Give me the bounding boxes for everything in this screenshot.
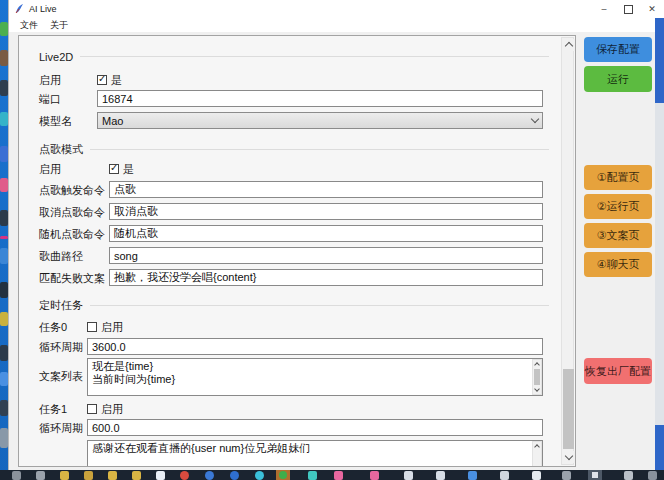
song-trigger-label: 点歌触发命令 bbox=[39, 183, 105, 197]
taskbar-icon[interactable] bbox=[624, 471, 633, 480]
taskbar-icon[interactable] bbox=[180, 471, 189, 480]
maximize-button[interactable] bbox=[618, 2, 638, 16]
save-config-button[interactable]: 保存配置 bbox=[584, 37, 652, 62]
menu-item-about[interactable]: 关于 bbox=[50, 19, 68, 32]
taskbar-icon[interactable] bbox=[370, 471, 379, 480]
task0-list-textarea[interactable]: 现在是{time} 当前时间为{time} bbox=[87, 358, 543, 396]
task1-enable-checkbox[interactable] bbox=[87, 404, 97, 414]
nav-chat-page-button[interactable]: ④聊天页 bbox=[584, 252, 652, 277]
taskbar-icon[interactable] bbox=[255, 471, 264, 480]
taskbar-icon[interactable] bbox=[132, 471, 141, 480]
port-label: 端口 bbox=[39, 92, 61, 106]
menu-item-file[interactable]: 文件 bbox=[20, 19, 38, 32]
task1-textarea-scrollbar[interactable] bbox=[532, 441, 542, 467]
song-path-label: 歌曲路径 bbox=[39, 249, 83, 263]
taskbar-icon-active[interactable] bbox=[276, 470, 290, 480]
taskbar-icon[interactable] bbox=[12, 471, 21, 480]
section-divider bbox=[90, 305, 549, 306]
taskbar-icon[interactable] bbox=[648, 471, 657, 480]
close-button[interactable]: ✕ bbox=[642, 2, 662, 16]
nav-copy-page-button[interactable]: ③文案页 bbox=[584, 223, 652, 248]
desktop-icon-fragment bbox=[0, 428, 8, 448]
taskbar-icon[interactable] bbox=[84, 471, 93, 480]
live2d-enable-row: 是 bbox=[97, 73, 122, 87]
app-icon bbox=[15, 4, 24, 14]
song-fail-input[interactable]: 抱歉，我还没学会唱{content} bbox=[109, 269, 543, 286]
task0-enable-checkbox[interactable] bbox=[87, 322, 97, 332]
task0-enable-text: 启用 bbox=[101, 320, 123, 335]
scroll-up-icon[interactable] bbox=[533, 360, 541, 368]
song-enable-label: 启用 bbox=[39, 162, 61, 176]
taskbar-icon-highlighted[interactable] bbox=[588, 470, 602, 480]
taskbar-icon[interactable] bbox=[500, 471, 509, 480]
chevron-down-icon bbox=[531, 115, 539, 123]
song-enable-row: 是 bbox=[109, 162, 134, 176]
window-titlebar: AI Live bbox=[9, 0, 655, 18]
task0-textarea-scrollbar[interactable] bbox=[532, 359, 542, 395]
nav-config-page-button[interactable]: ①配置页 bbox=[584, 165, 652, 190]
taskbar-icon[interactable] bbox=[36, 471, 45, 480]
section-divider bbox=[80, 56, 549, 57]
task0-list-label: 文案列表 bbox=[39, 369, 83, 383]
form-scrollbar[interactable] bbox=[561, 37, 574, 465]
taskbar-icon[interactable] bbox=[230, 471, 239, 480]
taskbar-icon bbox=[592, 472, 598, 478]
song-fail-label: 匹配失败文案 bbox=[39, 271, 105, 285]
song-random-input[interactable]: 随机点歌 bbox=[109, 225, 543, 242]
task1-list-textarea[interactable]: 感谢还在观看直播的{user num}位兄弟姐妹们 bbox=[87, 440, 543, 467]
taskbar-icon[interactable] bbox=[562, 471, 571, 480]
taskbar-icon[interactable] bbox=[205, 471, 214, 480]
taskbar-icon[interactable] bbox=[108, 471, 117, 480]
taskbar-icon[interactable] bbox=[308, 471, 317, 480]
song-path-input[interactable]: song bbox=[109, 247, 543, 264]
desktop-icon-fragment bbox=[0, 312, 8, 326]
taskbar-icon[interactable] bbox=[404, 471, 413, 480]
run-button[interactable]: 运行 bbox=[584, 66, 652, 92]
scroll-down-icon[interactable] bbox=[533, 386, 541, 394]
window-title: AI Live bbox=[29, 4, 57, 14]
desktop-icon-fragment bbox=[0, 282, 8, 298]
menu-bar: 文件 关于 bbox=[9, 18, 655, 32]
model-label: 模型名 bbox=[39, 114, 72, 128]
port-input[interactable]: 16874 bbox=[97, 90, 543, 107]
section-header-song-mode: 点歌模式 bbox=[39, 143, 549, 156]
taskbar-icon bbox=[279, 471, 287, 479]
model-combobox[interactable]: Mao bbox=[97, 112, 543, 129]
taskbar-icon[interactable] bbox=[334, 471, 343, 480]
live2d-enable-checkbox[interactable] bbox=[97, 75, 107, 85]
taskbar[interactable] bbox=[0, 470, 664, 480]
desktop-icon-fragment bbox=[0, 112, 8, 126]
taskbar-icon[interactable] bbox=[532, 471, 541, 480]
taskbar-icon[interactable] bbox=[60, 471, 69, 480]
scroll-up-icon[interactable] bbox=[533, 442, 541, 450]
scrollbar-thumb[interactable] bbox=[563, 369, 574, 449]
desktop-icon-fragment bbox=[0, 178, 8, 192]
task0-label: 任务0 bbox=[39, 320, 67, 334]
section-header-timed-tasks: 定时任务 bbox=[39, 299, 549, 312]
config-form-panel: Live2D 启用 是 端口 16874 模型名 Mao 点歌模式 启用 是 bbox=[18, 35, 576, 467]
task1-label: 任务1 bbox=[39, 402, 67, 416]
desktop-icon-fragment bbox=[0, 22, 8, 36]
desktop-icon-fragment bbox=[0, 248, 8, 264]
task0-cycle-input[interactable]: 3600.0 bbox=[87, 338, 543, 355]
scrollbar-thumb[interactable] bbox=[534, 369, 540, 385]
desktop-icon-fragment bbox=[0, 372, 8, 386]
song-enable-text: 是 bbox=[123, 162, 134, 177]
taskbar-icon[interactable] bbox=[436, 471, 445, 480]
factory-reset-button[interactable]: 恢复出厂配置 bbox=[584, 358, 652, 384]
task0-enable-row: 启用 bbox=[87, 320, 123, 334]
background-window-fragment bbox=[655, 18, 664, 103]
taskbar-icon[interactable] bbox=[156, 471, 165, 480]
song-cancel-input[interactable]: 取消点歌 bbox=[109, 203, 543, 220]
song-enable-checkbox[interactable] bbox=[109, 164, 119, 174]
song-trigger-input[interactable]: 点歌 bbox=[109, 181, 543, 198]
nav-run-page-button[interactable]: ②运行页 bbox=[584, 194, 652, 219]
taskbar-icon[interactable] bbox=[468, 471, 477, 480]
minimize-button[interactable]: – bbox=[594, 2, 614, 16]
scroll-up-icon[interactable] bbox=[562, 39, 575, 51]
live2d-enable-text: 是 bbox=[111, 73, 122, 88]
window-content: Live2D 启用 是 端口 16874 模型名 Mao 点歌模式 启用 是 bbox=[9, 32, 655, 470]
task1-cycle-input[interactable]: 600.0 bbox=[87, 419, 543, 436]
section-header-live2d: Live2D bbox=[39, 50, 549, 63]
scroll-down-icon[interactable] bbox=[562, 451, 575, 463]
